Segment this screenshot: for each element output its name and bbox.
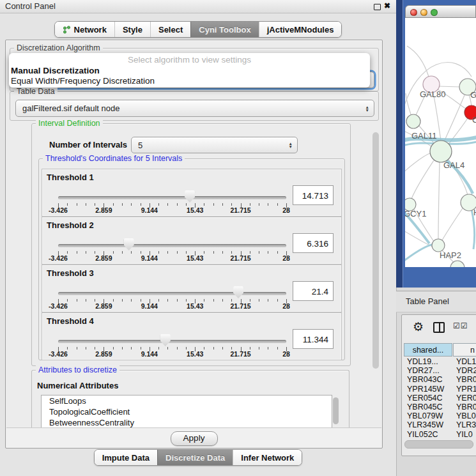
network-edge[interactable] bbox=[407, 46, 429, 77]
table-cell[interactable]: YER054C bbox=[407, 394, 443, 403]
column-split-icon[interactable] bbox=[433, 322, 445, 333]
threshold-value-field[interactable]: 11.344 bbox=[293, 329, 334, 349]
table-cell[interactable]: YPR1 bbox=[456, 385, 476, 394]
tab-label: Infer Network bbox=[241, 453, 294, 463]
minor-tick bbox=[186, 299, 187, 302]
number-of-intervals-combo[interactable]: 5 ▲▼ bbox=[131, 137, 298, 153]
table-cell[interactable]: YBR043C bbox=[407, 375, 443, 384]
tab-cyni-toolbox[interactable]: Cyni Toolbox bbox=[190, 22, 258, 37]
apply-button[interactable]: Apply bbox=[171, 431, 218, 446]
minor-tick bbox=[213, 251, 214, 254]
network-edge[interactable] bbox=[406, 93, 411, 114]
minor-tick bbox=[177, 347, 178, 349]
table-hscrollbar[interactable] bbox=[404, 440, 473, 449]
tab-select[interactable]: Select bbox=[150, 22, 190, 37]
numerical-attributes-list[interactable]: SelfLoopsTopologicalCoefficientBetweenne… bbox=[41, 395, 332, 429]
attribute-item[interactable]: TopologicalCoefficient bbox=[42, 406, 332, 417]
slider-track[interactable] bbox=[58, 292, 286, 295]
table-panel-header[interactable]: Table Panel bbox=[396, 291, 476, 312]
tab-style[interactable]: Style bbox=[114, 22, 150, 37]
table-cell[interactable]: YBR0 bbox=[456, 403, 476, 411]
minor-tick bbox=[95, 203, 95, 206]
stepper-arrows-icon[interactable]: ▲▼ bbox=[365, 105, 369, 112]
minor-tick bbox=[277, 347, 278, 349]
tab-impute-data[interactable]: Impute Data bbox=[95, 450, 157, 465]
network-edge[interactable] bbox=[438, 86, 460, 87]
tab-network[interactable]: Network bbox=[55, 22, 114, 37]
table-cell[interactable]: YDL1 bbox=[456, 357, 476, 366]
threshold-value-field[interactable]: 14.713 bbox=[293, 185, 334, 205]
table-cell[interactable]: YBL0 bbox=[456, 411, 476, 420]
network-edge[interactable] bbox=[438, 162, 440, 239]
table-cell[interactable]: YIL0 bbox=[456, 430, 473, 438]
minor-tick bbox=[250, 299, 250, 302]
minor-tick bbox=[277, 203, 278, 206]
slider-thumb[interactable] bbox=[233, 286, 243, 298]
table-cell[interactable]: YBR0 bbox=[456, 375, 476, 384]
minor-tick bbox=[268, 203, 268, 206]
table-cell[interactable]: YDR27... bbox=[407, 366, 440, 375]
tab-infer-network[interactable]: Infer Network bbox=[233, 450, 302, 465]
slider-track[interactable] bbox=[58, 340, 286, 343]
minor-tick bbox=[177, 203, 178, 206]
numerical-attributes-label: Numerical Attributes bbox=[37, 381, 118, 390]
table-data-combo[interactable]: galFiltered.sif default node ▲▼ bbox=[15, 100, 374, 117]
tab-jactivemnodules[interactable]: jActiveMNodules bbox=[259, 22, 342, 37]
table-cell[interactable]: YLR345W bbox=[407, 420, 443, 429]
tick-label: 2.859 bbox=[95, 302, 112, 310]
minor-tick bbox=[250, 203, 250, 206]
panel-scrollbar[interactable] bbox=[372, 132, 379, 369]
control-panel-titlebar[interactable]: Control Panel ✖ bbox=[0, 0, 396, 13]
group-title: Threshold's Coordinates for 5 Intervals bbox=[43, 154, 185, 163]
network-node-hap2[interactable] bbox=[432, 239, 445, 252]
network-node-gal11[interactable] bbox=[406, 114, 420, 128]
table-cell[interactable]: YBR045C bbox=[407, 403, 443, 411]
minor-tick bbox=[259, 347, 259, 349]
minor-tick bbox=[86, 347, 86, 349]
attribute-item[interactable]: BetweennessCentrality bbox=[42, 417, 332, 428]
minimize-traffic-light[interactable] bbox=[420, 9, 427, 16]
network-edge[interactable] bbox=[442, 208, 463, 240]
slider-thumb[interactable] bbox=[124, 238, 134, 250]
popup-item-equal-width-frequency-discretization[interactable]: Equal Width/Frequency Discretization bbox=[9, 76, 370, 86]
float-window-icon[interactable] bbox=[374, 4, 381, 10]
attribute-item[interactable]: SelfLoops bbox=[42, 395, 332, 406]
table-cell[interactable]: YBL079W bbox=[407, 411, 443, 420]
table-cell[interactable]: YDR2 bbox=[456, 366, 476, 375]
network-edge[interactable] bbox=[444, 95, 464, 142]
minor-tick bbox=[95, 347, 95, 349]
network-node-gal4[interactable] bbox=[430, 141, 452, 162]
table-cell[interactable]: YPR145W bbox=[407, 385, 444, 394]
threshold-title: Threshold 1 bbox=[47, 173, 94, 182]
slider-track[interactable] bbox=[58, 244, 286, 247]
stepper-arrows-icon[interactable]: ▲▼ bbox=[289, 142, 293, 148]
threshold-value-field[interactable]: 21.4 bbox=[293, 281, 334, 301]
minor-tick bbox=[77, 251, 77, 254]
column-header-2[interactable]: n bbox=[453, 343, 476, 357]
network-canvas[interactable]: GAL80GCGAL11GAL4HGCY1HAP2 bbox=[405, 18, 476, 267]
network-node-label: H bbox=[473, 208, 476, 217]
minor-tick bbox=[231, 347, 232, 349]
threshold-value-field[interactable]: 6.316 bbox=[293, 233, 334, 253]
table-cell[interactable]: YLR3 bbox=[456, 420, 476, 429]
slider-thumb[interactable] bbox=[160, 334, 171, 346]
table-cell[interactable]: YIL052C bbox=[407, 430, 438, 438]
zoom-traffic-light[interactable] bbox=[431, 9, 438, 16]
close-icon[interactable]: ✖ bbox=[384, 1, 390, 10]
minor-tick bbox=[167, 299, 168, 302]
slider-track[interactable] bbox=[58, 196, 286, 199]
close-traffic-light[interactable] bbox=[410, 9, 417, 16]
network-edge[interactable] bbox=[411, 160, 434, 199]
popup-item-manual-discretization[interactable]: Manual Discretization bbox=[9, 66, 370, 76]
tab-discretize-data[interactable]: Discretize Data bbox=[157, 450, 233, 465]
minor-tick bbox=[67, 299, 68, 302]
tick-label: 2.859 bbox=[95, 350, 112, 358]
list-scrollbar[interactable] bbox=[333, 397, 339, 424]
checkbox-icons[interactable]: ☑☑ bbox=[453, 321, 468, 330]
column-header-1[interactable]: shared... bbox=[404, 343, 452, 357]
table-cell[interactable]: YER0 bbox=[456, 394, 476, 403]
slider-thumb[interactable] bbox=[185, 190, 195, 203]
network-window-titlebar[interactable] bbox=[405, 5, 476, 18]
table-cell[interactable]: YDL19... bbox=[407, 357, 438, 366]
gear-icon[interactable]: ⚙ bbox=[413, 319, 424, 334]
